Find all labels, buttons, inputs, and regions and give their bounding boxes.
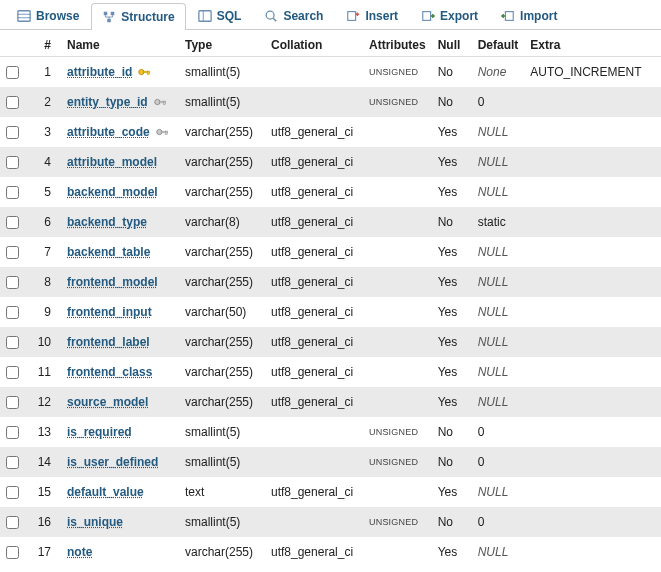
tab-browse[interactable]: Browse — [6, 2, 90, 29]
column-name-link[interactable]: backend_model — [67, 185, 158, 199]
tab-label: Browse — [36, 9, 79, 23]
tab-search[interactable]: Search — [253, 2, 334, 29]
row-checkbox[interactable] — [6, 186, 19, 199]
header-row: # Name Type Collation Attributes Null De… — [0, 32, 661, 57]
row-checkbox[interactable] — [6, 66, 19, 79]
col-number[interactable]: # — [25, 32, 61, 57]
col-extra[interactable]: Extra — [524, 32, 661, 57]
row-checkbox[interactable] — [6, 546, 19, 559]
table-row[interactable]: 16is_uniquesmallint(5)UNSIGNEDNo0 — [0, 507, 661, 537]
col-default[interactable]: Default — [472, 32, 525, 57]
table-row[interactable]: 15default_valuetextutf8_general_ciYesNUL… — [0, 477, 661, 507]
row-checkbox[interactable] — [6, 156, 19, 169]
browse-icon — [17, 9, 31, 23]
column-name-link[interactable]: is_unique — [67, 515, 123, 529]
row-attributes — [363, 477, 432, 507]
row-checkbox[interactable] — [6, 306, 19, 319]
table-row[interactable]: 8frontend_modelvarchar(255)utf8_general_… — [0, 267, 661, 297]
tab-structure[interactable]: Structure — [91, 3, 185, 30]
row-checkbox[interactable] — [6, 486, 19, 499]
col-type[interactable]: Type — [179, 32, 265, 57]
table-row[interactable]: 9frontend_inputvarchar(50)utf8_general_c… — [0, 297, 661, 327]
col-null[interactable]: Null — [432, 32, 472, 57]
row-checkbox[interactable] — [6, 456, 19, 469]
column-name-link[interactable]: note — [67, 545, 92, 559]
search-icon — [264, 9, 278, 23]
col-collation[interactable]: Collation — [265, 32, 363, 57]
tab-more[interactable] — [569, 2, 591, 29]
table-row[interactable]: 7backend_tablevarchar(255)utf8_general_c… — [0, 237, 661, 267]
row-default: 0 — [472, 417, 525, 447]
row-attributes: UNSIGNED — [363, 57, 432, 88]
table-row[interactable]: 13is_requiredsmallint(5)UNSIGNEDNo0 — [0, 417, 661, 447]
row-checkbox[interactable] — [6, 366, 19, 379]
row-collation — [265, 57, 363, 88]
table-row[interactable]: 2entity_type_idsmallint(5)UNSIGNEDNo0 — [0, 87, 661, 117]
column-name-link[interactable]: frontend_model — [67, 275, 158, 289]
tab-insert[interactable]: Insert — [335, 2, 409, 29]
column-name-link[interactable]: attribute_model — [67, 155, 157, 169]
row-extra — [524, 537, 661, 567]
table-row[interactable]: 17notevarchar(255)utf8_general_ciYesNULL — [0, 537, 661, 567]
row-null: Yes — [432, 477, 472, 507]
row-collation: utf8_general_ci — [265, 357, 363, 387]
row-default: NULL — [472, 177, 525, 207]
row-checkbox[interactable] — [6, 396, 19, 409]
tab-sql[interactable]: SQL — [187, 2, 253, 29]
column-name-link[interactable]: is_required — [67, 425, 132, 439]
row-type: varchar(255) — [179, 357, 265, 387]
column-name-link[interactable]: is_user_defined — [67, 455, 158, 469]
svg-rect-10 — [348, 12, 356, 21]
tab-import[interactable]: Import — [490, 2, 568, 29]
tab-export[interactable]: Export — [410, 2, 489, 29]
row-checkbox[interactable] — [6, 276, 19, 289]
row-extra — [524, 117, 661, 147]
svg-rect-6 — [199, 11, 211, 22]
sql-icon — [198, 9, 212, 23]
row-checkbox[interactable] — [6, 216, 19, 229]
table-row[interactable]: 1attribute_idsmallint(5)UNSIGNEDNoNoneAU… — [0, 57, 661, 88]
row-default: NULL — [472, 477, 525, 507]
table-row[interactable]: 11frontend_classvarchar(255)utf8_general… — [0, 357, 661, 387]
table-row[interactable]: 6backend_typevarchar(8)utf8_general_ciNo… — [0, 207, 661, 237]
table-row[interactable]: 5backend_modelvarchar(255)utf8_general_c… — [0, 177, 661, 207]
row-checkbox[interactable] — [6, 426, 19, 439]
col-name[interactable]: Name — [61, 32, 179, 57]
table-row[interactable]: 14is_user_definedsmallint(5)UNSIGNEDNo0 — [0, 447, 661, 477]
row-collation: utf8_general_ci — [265, 327, 363, 357]
row-extra — [524, 477, 661, 507]
table-row[interactable]: 10frontend_labelvarchar(255)utf8_general… — [0, 327, 661, 357]
column-name-link[interactable]: attribute_code — [67, 125, 150, 139]
row-collation: utf8_general_ci — [265, 297, 363, 327]
table-row[interactable]: 12source_modelvarchar(255)utf8_general_c… — [0, 387, 661, 417]
row-checkbox[interactable] — [6, 126, 19, 139]
column-name-link[interactable]: frontend_label — [67, 335, 150, 349]
row-checkbox[interactable] — [6, 516, 19, 529]
col-attributes[interactable]: Attributes — [363, 32, 432, 57]
column-name-link[interactable]: source_model — [67, 395, 148, 409]
export-icon — [421, 9, 435, 23]
row-attributes — [363, 297, 432, 327]
row-default: 0 — [472, 447, 525, 477]
row-checkbox[interactable] — [6, 96, 19, 109]
column-name-link[interactable]: backend_table — [67, 245, 150, 259]
column-name-link[interactable]: entity_type_id — [67, 95, 148, 109]
row-default: None — [472, 57, 525, 88]
table-row[interactable]: 4attribute_modelvarchar(255)utf8_general… — [0, 147, 661, 177]
column-name-link[interactable]: frontend_class — [67, 365, 152, 379]
row-null: Yes — [432, 147, 472, 177]
row-checkbox[interactable] — [6, 336, 19, 349]
column-name-link[interactable]: backend_type — [67, 215, 147, 229]
insert-icon — [346, 9, 360, 23]
column-name-link[interactable]: attribute_id — [67, 65, 132, 79]
row-null: Yes — [432, 267, 472, 297]
column-name-link[interactable]: frontend_input — [67, 305, 152, 319]
row-extra — [524, 267, 661, 297]
row-null: No — [432, 207, 472, 237]
row-attributes — [363, 267, 432, 297]
row-default: NULL — [472, 537, 525, 567]
table-row[interactable]: 3attribute_codevarchar(255)utf8_general_… — [0, 117, 661, 147]
svg-rect-12 — [505, 12, 513, 21]
column-name-link[interactable]: default_value — [67, 485, 144, 499]
row-checkbox[interactable] — [6, 246, 19, 259]
